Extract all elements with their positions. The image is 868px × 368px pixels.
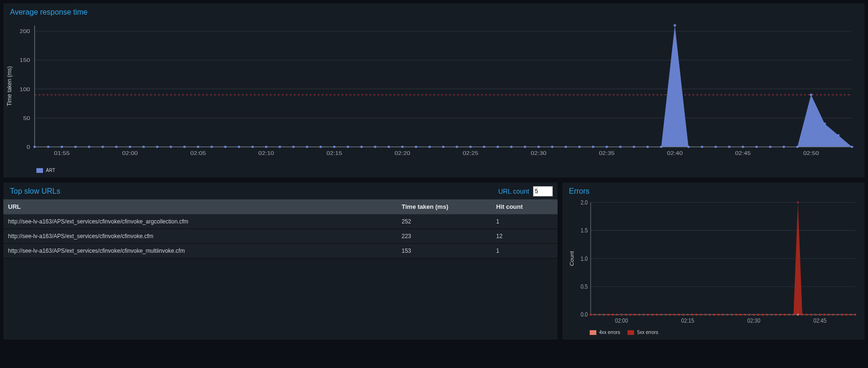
col-hits[interactable]: Hit count: [491, 199, 558, 214]
svg-text:02:35: 02:35: [599, 150, 614, 156]
svg-point-161: [722, 314, 724, 316]
table-row[interactable]: http://see-lv-a163/APS/ext_services/cfin…: [3, 244, 558, 258]
svg-point-18: [88, 146, 90, 148]
table-row[interactable]: http://see-lv-a163/APS/ext_services/cfin…: [3, 214, 558, 229]
svg-point-73: [837, 134, 839, 137]
svg-point-67: [756, 146, 758, 148]
top-slow-urls-panel: Top slow URLs URL count URL Time taken (…: [3, 182, 558, 340]
cell-hits: 12: [491, 229, 558, 244]
svg-point-53: [565, 146, 567, 148]
svg-text:02:00: 02:00: [122, 150, 138, 156]
svg-point-215: [841, 314, 843, 316]
svg-point-28: [224, 146, 226, 148]
svg-point-111: [612, 314, 614, 316]
svg-point-197: [801, 314, 803, 316]
svg-text:150: 150: [20, 57, 30, 63]
svg-point-183: [771, 314, 773, 316]
col-time[interactable]: Time taken (ms): [397, 199, 491, 214]
svg-point-64: [714, 146, 717, 148]
svg-text:Time taken (ms): Time taken (ms): [6, 66, 13, 106]
url-count-input[interactable]: [533, 186, 553, 197]
svg-point-49: [510, 146, 513, 148]
svg-point-159: [718, 314, 720, 316]
svg-text:200: 200: [20, 28, 30, 34]
svg-point-45: [455, 146, 458, 148]
svg-text:02:05: 02:05: [190, 150, 206, 156]
svg-point-69: [782, 146, 785, 148]
svg-point-135: [665, 314, 667, 316]
avg-response-time-panel: Average response time 050100150200Time t…: [3, 3, 865, 178]
cell-time: 223: [397, 229, 491, 244]
svg-point-177: [757, 314, 759, 316]
svg-point-169: [739, 314, 741, 316]
svg-point-205: [819, 314, 821, 316]
svg-point-195: [797, 201, 799, 203]
col-url[interactable]: URL: [3, 199, 397, 214]
svg-point-147: [691, 314, 693, 316]
svg-point-48: [497, 146, 499, 148]
svg-point-187: [779, 314, 781, 316]
art-legend: ART: [3, 168, 865, 178]
svg-point-155: [709, 314, 711, 316]
svg-point-30: [251, 146, 254, 148]
svg-point-101: [590, 314, 592, 316]
svg-point-60: [660, 146, 662, 148]
svg-point-42: [415, 146, 417, 148]
svg-text:02:20: 02:20: [395, 150, 410, 156]
svg-point-19: [102, 146, 104, 148]
panel-title: Errors: [562, 182, 865, 199]
svg-point-62: [687, 146, 689, 148]
svg-point-199: [806, 314, 808, 316]
svg-point-65: [728, 146, 730, 148]
svg-point-207: [824, 314, 825, 316]
svg-point-47: [483, 146, 485, 148]
svg-point-157: [713, 314, 715, 316]
svg-point-70: [796, 146, 799, 148]
svg-point-149: [696, 314, 697, 316]
svg-text:02:45: 02:45: [735, 150, 751, 156]
svg-point-38: [361, 146, 363, 148]
svg-point-173: [748, 314, 750, 316]
errors-chart[interactable]: 0.00.51.01.52.0Count02:0002:1502:3002:45: [567, 199, 860, 327]
svg-point-51: [537, 146, 540, 148]
svg-point-25: [183, 146, 186, 148]
svg-text:02:00: 02:00: [615, 318, 628, 324]
svg-point-133: [660, 314, 662, 316]
svg-point-171: [744, 314, 746, 316]
legend-swatch-5xx: [627, 330, 634, 335]
svg-point-131: [656, 314, 658, 316]
svg-point-145: [687, 314, 688, 316]
avg-response-time-chart[interactable]: 050100150200Time taken (ms)01:5502:0002:…: [3, 20, 858, 162]
svg-point-55: [592, 146, 594, 148]
table-row[interactable]: http://see-lv-a163/APS/ext_services/cfin…: [3, 229, 558, 244]
svg-point-21: [129, 146, 131, 148]
svg-point-121: [634, 314, 636, 316]
svg-text:0.5: 0.5: [581, 284, 588, 290]
cell-url: http://see-lv-a163/APS/ext_services/cfin…: [3, 229, 397, 244]
svg-point-181: [766, 314, 768, 316]
errors-panel: Errors 0.00.51.01.52.0Count02:0002:1502:…: [562, 182, 865, 340]
svg-point-23: [156, 146, 158, 148]
svg-point-16: [60, 146, 63, 148]
svg-point-33: [292, 146, 294, 148]
legend-label-art: ART: [46, 168, 55, 173]
svg-point-46: [469, 146, 472, 148]
svg-point-139: [673, 314, 675, 316]
svg-text:0: 0: [26, 144, 30, 150]
svg-point-57: [619, 146, 621, 148]
svg-text:02:30: 02:30: [748, 318, 761, 324]
svg-text:2.0: 2.0: [581, 199, 588, 205]
svg-point-165: [731, 314, 733, 316]
legend-swatch-4xx: [590, 330, 596, 335]
legend-label-5xx: 5xx errors: [637, 330, 658, 335]
svg-text:01:55: 01:55: [54, 150, 69, 156]
svg-point-50: [524, 146, 526, 148]
svg-point-141: [678, 314, 680, 316]
svg-point-74: [851, 146, 853, 148]
svg-point-41: [401, 146, 404, 148]
svg-point-143: [682, 314, 684, 316]
svg-text:02:45: 02:45: [814, 318, 827, 324]
slow-urls-table: URL Time taken (ms) Hit count http://see…: [3, 199, 558, 258]
svg-point-203: [815, 314, 816, 316]
svg-point-119: [629, 314, 631, 316]
